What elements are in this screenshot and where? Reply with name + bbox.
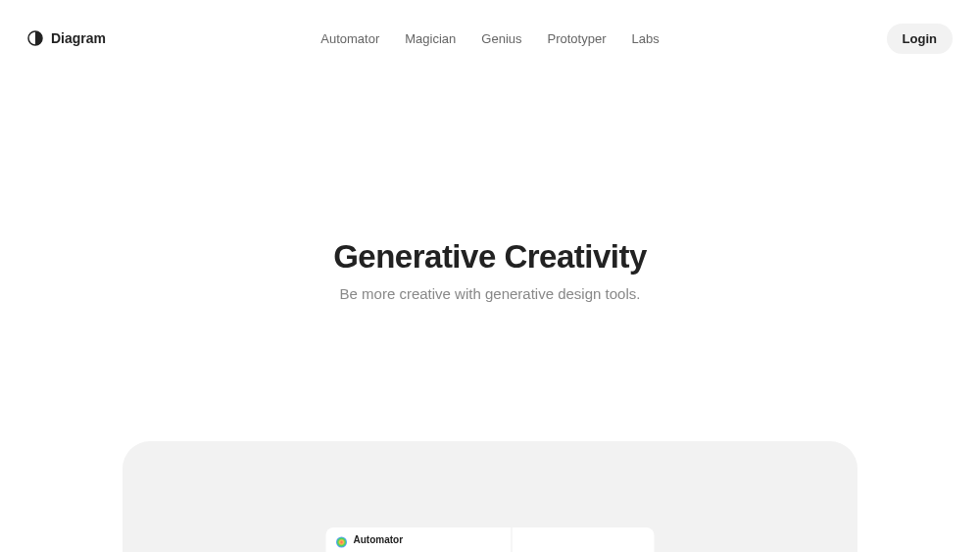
login-button[interactable]: Login — [887, 24, 953, 54]
hero-title: Generative Creativity — [0, 238, 980, 276]
hero-section: Generative Creativity Be more creative w… — [0, 238, 980, 302]
main-nav: Automator Magician Genius Prototyper Lab… — [320, 31, 659, 46]
automator-app-icon — [336, 534, 348, 546]
nav-genius[interactable]: Genius — [481, 31, 521, 46]
app-window-preview: Automator — [326, 527, 655, 552]
nav-labs[interactable]: Labs — [632, 31, 660, 46]
app-tab-automator[interactable]: Automator — [326, 527, 513, 552]
header: Diagram Automator Magician Genius Protot… — [0, 0, 980, 76]
feature-card: Automator — [122, 441, 858, 552]
app-tab-label: Automator — [354, 534, 404, 545]
diagram-logo-icon — [27, 30, 43, 46]
nav-magician[interactable]: Magician — [405, 31, 456, 46]
brand-name: Diagram — [51, 30, 106, 46]
nav-automator[interactable]: Automator — [320, 31, 379, 46]
svg-point-1 — [336, 536, 347, 547]
nav-prototyper[interactable]: Prototyper — [548, 31, 607, 46]
hero-subtitle: Be more creative with generative design … — [0, 285, 980, 302]
brand-logo[interactable]: Diagram — [27, 30, 106, 46]
